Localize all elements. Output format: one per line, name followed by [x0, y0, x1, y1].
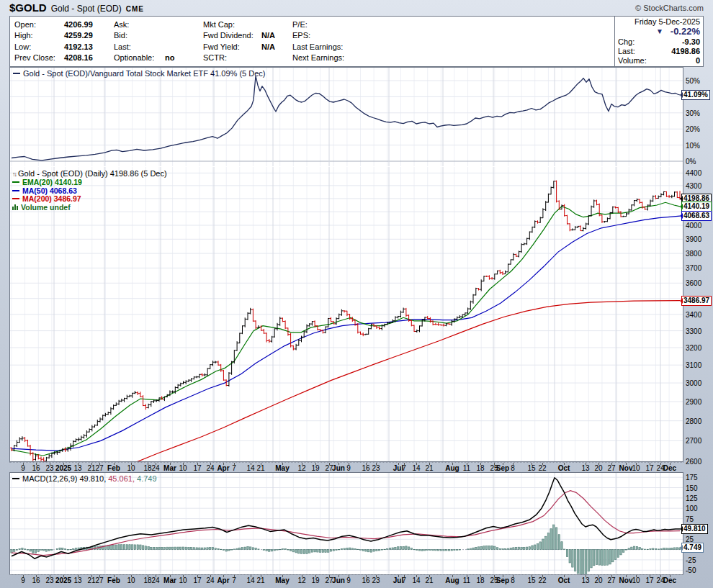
open-value: 4206.99 — [64, 20, 93, 29]
ma50-line — [12, 216, 680, 451]
down-triangle-icon: ▼ — [656, 27, 663, 35]
line-swatch-icon — [12, 198, 19, 199]
x-axis-label: 23 — [45, 576, 53, 584]
x-axis-label: Mar — [163, 464, 176, 472]
y-axis-label: 0% — [686, 158, 696, 166]
x-axis-label: 20 — [594, 464, 602, 472]
macd-legend-name: MACD(12,26,9) — [22, 474, 77, 483]
x-axis-label: 18 — [476, 464, 484, 472]
x-axis-label: 10 — [127, 576, 135, 584]
macd-legend: MACD(12,26,9) 49.810, 45.061, 4.749 — [12, 474, 157, 483]
value-callout: 41.09% — [681, 90, 710, 100]
x-axis-label: May — [275, 576, 289, 584]
x-axis-label: 10 — [127, 464, 135, 472]
next-earnings-label: Next Earnings: — [292, 53, 350, 62]
x-axis-label: Oct — [558, 464, 570, 472]
x-axis-label: 23 — [45, 464, 53, 472]
x-axis-label: 18 — [476, 576, 484, 584]
x-axis-label: 22 — [538, 464, 546, 472]
last-label: Last: — [114, 42, 161, 51]
x-axis-label: Nov — [619, 464, 633, 472]
ma50-legend: MA(50) 4068.63 — [22, 186, 77, 195]
y-axis-label: 20% — [686, 125, 700, 133]
x-axis-label: 15 — [527, 464, 535, 472]
x-axis-label: 12 — [297, 576, 305, 584]
x-axis-label: 2025 — [55, 576, 71, 584]
y-axis-label: 4000 — [686, 222, 701, 230]
x-axis-label: 18 — [143, 464, 151, 472]
x-axis-label: 23 — [372, 576, 380, 584]
fwd-yield-value: N/A — [261, 42, 275, 51]
macd-panel — [9, 472, 683, 575]
volume-label: Volume: — [618, 56, 647, 65]
optionable-value: no — [165, 53, 174, 62]
y-axis-label: 175 — [686, 474, 698, 481]
last-earnings-label: Last Earnings: — [292, 42, 350, 51]
date-text: Friday 5-Dec-2025 — [634, 17, 700, 26]
y-axis-label: 4300 — [686, 182, 701, 190]
volume-bars-icon — [12, 204, 18, 210]
fwd-dividend-value: N/A — [261, 31, 275, 40]
prev-close-label: Prev Close: — [14, 53, 60, 62]
value-callout: 4140.19 — [681, 202, 712, 212]
y-axis-label: 150 — [686, 484, 698, 492]
x-axis-label: 14 — [246, 576, 254, 584]
high-value: 4259.29 — [64, 31, 93, 40]
bid-label: Bid: — [114, 31, 161, 40]
x-axis-label: 13 — [73, 576, 81, 584]
macd-chart — [10, 473, 683, 574]
y-axis-label: 3600 — [686, 279, 701, 287]
line-swatch-icon — [12, 478, 19, 479]
x-axis-label: 20 — [594, 576, 602, 584]
x-axis-label: Nov — [619, 576, 633, 584]
sctr-label: SCTR: — [203, 53, 258, 62]
x-axis-label: 17 — [645, 576, 653, 584]
quote-column-earnings: P/E: EPS: Last Earnings: Next Earnings: — [292, 19, 354, 63]
x-axis-label: 9 — [21, 576, 25, 584]
macd-hist-value: 4.749 — [137, 474, 157, 483]
macd-value: 49.810, — [79, 474, 106, 483]
x-axis-label: 17 — [193, 464, 201, 472]
quote-column-bidask: Ask: Bid: Last: Optionable:no — [114, 19, 174, 63]
y-axis-label: 3000 — [686, 379, 701, 387]
x-axis-label: 13 — [73, 464, 81, 472]
x-axis-label: 27 — [95, 464, 103, 472]
ohlc-bars-down — [10, 181, 681, 461]
x-axis-label: 21 — [256, 576, 264, 584]
x-axis-label: Dec — [663, 576, 676, 584]
y-axis-label: -50 — [686, 566, 696, 574]
fwd-yield-label: Fwd Yield: — [203, 42, 258, 51]
updown-arrows-icon: ↑↓ — [12, 171, 16, 178]
x-axis-label: 18 — [143, 576, 151, 584]
x-axis-label: 24 — [206, 576, 214, 584]
x-axis-label: 16 — [32, 464, 40, 472]
y-axis-label: 3800 — [686, 250, 701, 258]
x-axis-label: Feb — [107, 464, 120, 472]
x-axis-label: 16 — [362, 464, 369, 472]
y-axis-label: 3700 — [686, 264, 701, 272]
optionable-label: Optionable: — [114, 53, 161, 62]
x-axis-label: 13 — [581, 464, 589, 472]
y-axis-label: 50% — [686, 77, 700, 85]
y-axis-label: 3400 — [686, 311, 701, 319]
y-axis-label: 3100 — [686, 361, 701, 369]
price-legend-title: Gold - Spot (EOD) (Daily) 4198.86 (5 Dec… — [18, 169, 167, 178]
x-axis-label: Oct — [558, 576, 570, 584]
y-axis-label: 4400 — [686, 169, 701, 177]
x-axis-label: 16 — [362, 576, 369, 584]
x-axis-label: Aug — [445, 576, 459, 584]
x-axis-label: Aug — [445, 464, 459, 472]
pe-label: P/E: — [292, 20, 350, 29]
x-axis-label: 10 — [632, 576, 640, 584]
y-axis-label: 3300 — [686, 327, 701, 335]
last-price-value: 4198.86 — [671, 47, 700, 55]
x-axis-label: Dec — [663, 464, 676, 472]
quote-panel: Open:4206.99 High:4259.29 Low:4192.13 Pr… — [9, 16, 704, 67]
x-axis-label: Feb — [107, 576, 120, 584]
ema20-line — [12, 202, 680, 456]
y-axis-label: 2700 — [686, 437, 701, 445]
y-axis-label: 3900 — [686, 235, 701, 243]
x-axis-label: 21 — [425, 464, 433, 472]
x-axis-label: 2025 — [55, 464, 71, 472]
x-axis-label: 21 — [87, 464, 95, 472]
